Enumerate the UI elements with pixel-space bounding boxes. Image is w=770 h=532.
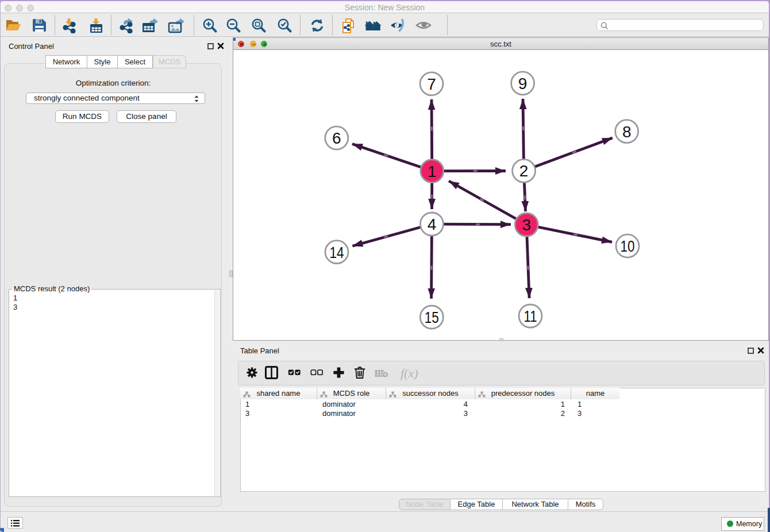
svg-text:14: 14 bbox=[330, 244, 344, 261]
svg-text:8: 8 bbox=[622, 123, 632, 141]
svg-text:15: 15 bbox=[425, 309, 439, 326]
svg-text:1: 1 bbox=[428, 163, 437, 180]
svg-text:2: 2 bbox=[519, 162, 529, 180]
svg-text:11: 11 bbox=[524, 307, 537, 325]
svg-text:4: 4 bbox=[428, 215, 437, 233]
svg-text:3: 3 bbox=[522, 216, 531, 234]
svg-text:10: 10 bbox=[621, 237, 635, 255]
svg-text:7: 7 bbox=[427, 75, 436, 93]
svg-text:6: 6 bbox=[332, 129, 341, 147]
svg-text:9: 9 bbox=[518, 75, 528, 92]
